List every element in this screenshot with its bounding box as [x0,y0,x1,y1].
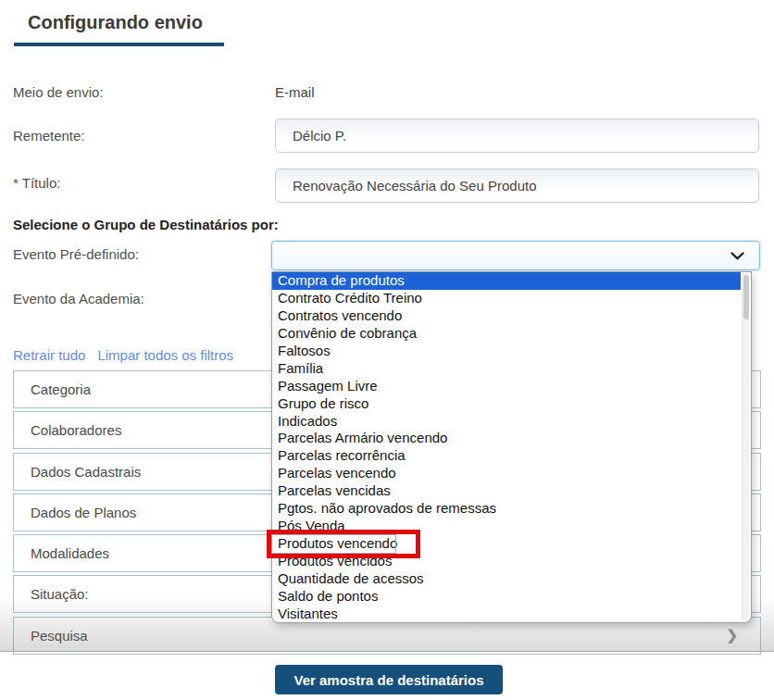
accordion-section-label: Colaboradores [31,422,121,438]
remetente-label: Remetente: [13,128,85,144]
tab-active-underline [14,43,224,46]
dropdown-option[interactable]: Faltosos [272,343,741,360]
dropdown-list: Compra de produtos Contrato Crédito Trei… [272,272,741,623]
ver-amostra-button[interactable]: Ver amostra de destinatários [275,665,503,694]
dropdown-option[interactable]: Quantidade de acessos [272,570,741,588]
meio-envio-label: Meio de envio: [13,84,104,100]
dropdown-option[interactable]: Visitantes [272,606,741,623]
dropdown-option[interactable]: Parcelas Armário vencendo [272,430,741,447]
dropdown-scrollbar[interactable] [742,273,749,620]
dropdown-option[interactable]: Pós Venda [272,518,741,535]
dropdown-option[interactable]: Produtos vencidos [272,553,741,570]
page-title: Configurando envio [28,12,203,33]
dropdown-option[interactable]: Produtos vencendo [272,535,741,553]
dropdown-option[interactable]: Passagem Livre [272,378,741,395]
dropdown-option[interactable]: Convênio de cobrança [272,325,741,343]
accordion-section-label: Dados Cadastrais [31,464,141,480]
filter-links: Retrair tudoLimpar todos os filtros [13,347,245,363]
titulo-input[interactable] [275,169,759,203]
dropdown-option[interactable]: Parcelas recorrência [272,447,741,465]
dropdown-option[interactable]: Parcelas vencidas [272,482,741,500]
remetente-input[interactable] [275,119,759,153]
dropdown-option[interactable]: Pgtos. não aprovados de remessas [272,500,741,518]
recipients-heading: Selecione o Grupo de Destinatários por: [13,217,279,232]
accordion-section-label: Modalidades [31,545,109,561]
accordion-section-label: Dados de Planos [31,505,136,520]
accordion-section-label: Categoria [31,381,91,397]
dropdown-option[interactable]: Indicados [272,413,741,431]
evento-predefinido-dropdown: Compra de produtos Contrato Crédito Trei… [271,271,752,623]
dropdown-option[interactable]: Saldo de pontos [272,588,741,606]
accordion-section-label: Situação: [31,586,89,602]
chevron-down-icon [730,252,744,260]
evento-predefinido-label: Evento Pré-definido: [13,246,139,262]
dropdown-option[interactable]: Grupo de risco [272,395,741,413]
dropdown-option[interactable]: Contratos vencendo [272,307,741,325]
chevron-right-icon: ❯ [726,627,738,644]
dropdown-scrollbar-thumb[interactable] [743,275,749,319]
configuring-send-page: Configurando envio Meio de envio: E-mail… [0,0,774,700]
accordion-section-label: Pesquisa [31,628,88,644]
dropdown-option[interactable]: Contrato Crédito Treino [272,290,741,307]
evento-academia-label: Evento da Academia: [13,291,144,306]
filter-link[interactable]: Retrair tudo [13,347,85,363]
meio-envio-value: E-mail [275,84,315,100]
evento-predefinido-select[interactable] [271,241,760,270]
dropdown-option[interactable]: Compra de produtos [272,272,741,290]
titulo-label: * Título: [13,175,60,191]
filter-link[interactable]: Limpar todos os filtros [97,347,233,363]
dropdown-option[interactable]: Parcelas vencendo [272,465,741,482]
dropdown-option[interactable]: Família [272,360,741,378]
